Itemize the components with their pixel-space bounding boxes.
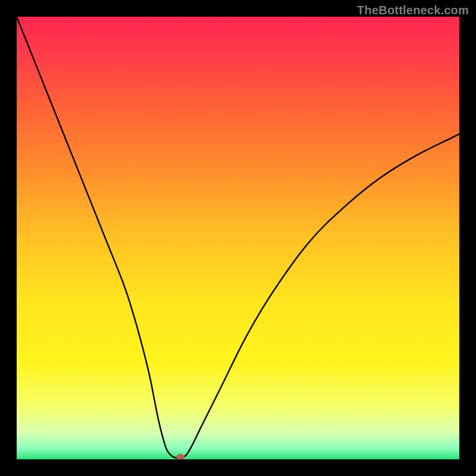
plot-area [17,17,459,459]
chart-svg [17,17,459,459]
watermark-text: TheBottleneck.com [357,4,469,17]
outer-frame: TheBottleneck.com [0,0,476,476]
gradient-background [17,17,459,459]
